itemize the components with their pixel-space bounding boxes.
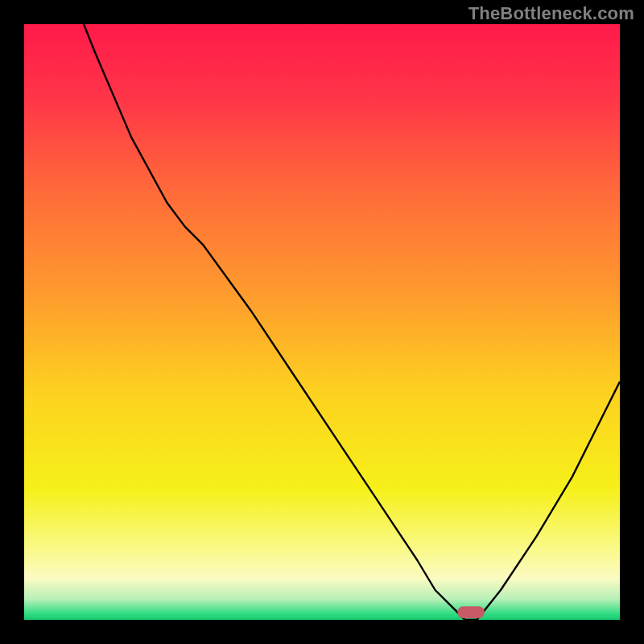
chart-frame: TheBottleneck.com [0,0,644,644]
optimum-marker [457,606,484,618]
watermark-text: TheBottleneck.com [469,3,634,24]
plot-area [24,24,620,620]
chart-svg [24,24,620,620]
gradient-rect [24,24,620,620]
